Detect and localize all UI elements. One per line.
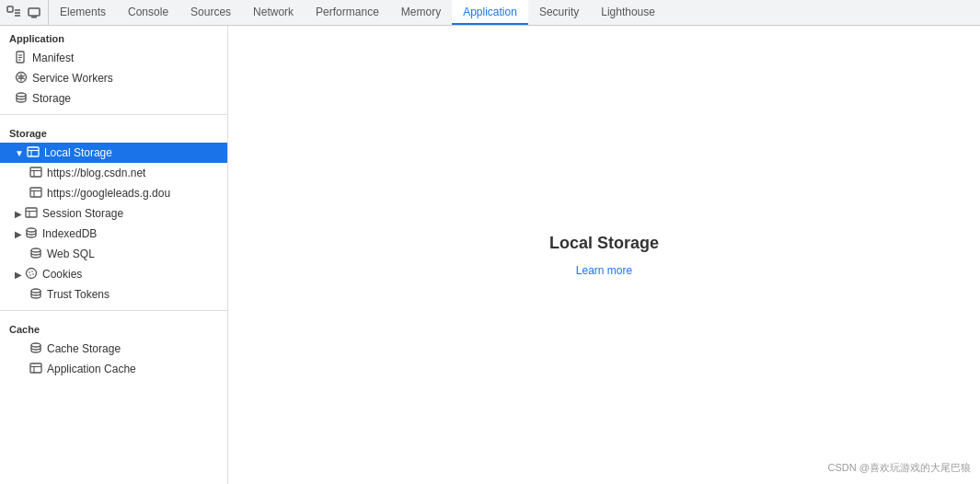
tab-network[interactable]: Network: [242, 0, 305, 25]
googleleads-icon: [29, 186, 42, 202]
divider-1: [0, 114, 227, 115]
tab-elements[interactable]: Elements: [49, 0, 117, 25]
manifest-icon: [15, 51, 28, 66]
svg-rect-4: [29, 8, 40, 16]
tab-sources[interactable]: Sources: [179, 0, 242, 25]
expand-arrow-cookies: ▶: [15, 270, 22, 280]
csdn-icon: [29, 166, 42, 181]
svg-rect-20: [30, 188, 41, 197]
sidebar-item-service-workers[interactable]: Service Workers: [0, 68, 227, 88]
svg-rect-0: [7, 6, 13, 12]
websql-icon: [29, 247, 42, 262]
svg-point-13: [17, 93, 26, 97]
application-section-header: Application: [0, 26, 227, 48]
content-title: Local Storage: [549, 234, 659, 253]
top-tab-bar: Elements Console Sources Network Perform…: [0, 0, 980, 26]
sidebar: Application Manifest: [0, 26, 228, 484]
session-storage-icon: [25, 206, 38, 222]
expand-arrow-indexeddb: ▶: [15, 229, 22, 239]
sidebar-item-local-storage[interactable]: ▼ Local Storage: [0, 143, 227, 163]
svg-point-31: [29, 274, 31, 276]
sidebar-item-csdn[interactable]: https://blog.csdn.net: [0, 163, 227, 183]
expand-arrow-local-storage: ▼: [15, 148, 24, 158]
tab-application[interactable]: Application: [452, 0, 528, 25]
tab-memory[interactable]: Memory: [390, 0, 452, 25]
local-storage-icon: [27, 145, 40, 161]
storage-app-icon: [15, 91, 28, 107]
indexeddb-icon: [25, 226, 38, 242]
cache-storage-icon: [29, 341, 42, 357]
svg-point-29: [29, 271, 30, 273]
learn-more-link[interactable]: Learn more: [576, 264, 632, 277]
svg-point-28: [27, 268, 37, 278]
sidebar-item-cache-storage[interactable]: Cache Storage: [0, 339, 227, 359]
tab-security[interactable]: Security: [528, 0, 590, 25]
sidebar-item-cookies[interactable]: ▶ Cookies: [0, 264, 227, 284]
sidebar-item-trust-tokens[interactable]: Trust Tokens: [0, 284, 227, 305]
svg-point-33: [31, 289, 40, 293]
sidebar-scroll[interactable]: Application Manifest: [0, 26, 227, 484]
svg-point-32: [32, 273, 34, 275]
svg-rect-17: [30, 167, 41, 177]
tab-console[interactable]: Console: [117, 0, 179, 25]
tab-lighthouse[interactable]: Lighthouse: [590, 0, 666, 25]
trust-tokens-icon: [29, 287, 42, 303]
divider-2: [0, 310, 227, 311]
svg-point-26: [27, 228, 36, 232]
device-icon[interactable]: [26, 5, 42, 21]
sidebar-item-googleleads[interactable]: https://googleleads.g.dou: [0, 183, 227, 203]
svg-point-30: [31, 271, 33, 272]
svg-rect-35: [30, 363, 41, 373]
svg-point-34: [31, 343, 40, 347]
service-workers-icon: [15, 71, 28, 86]
sidebar-item-manifest[interactable]: Manifest: [0, 48, 227, 68]
sidebar-item-session-storage[interactable]: ▶ Session Storage: [0, 203, 227, 224]
svg-point-27: [31, 248, 40, 252]
sidebar-item-application-cache[interactable]: Application Cache: [0, 359, 227, 379]
content-area: Local Storage Learn more CSDN @喜欢玩游戏的大尾巴…: [228, 26, 980, 484]
svg-rect-5: [31, 17, 37, 18]
storage-section-header: Storage: [0, 121, 227, 143]
svg-rect-23: [26, 208, 37, 217]
svg-rect-14: [28, 147, 39, 156]
main-layout: Application Manifest: [0, 26, 980, 484]
inspect-icon[interactable]: [6, 5, 22, 21]
sidebar-item-websql[interactable]: Web SQL: [0, 244, 227, 264]
toolbar-icons: [0, 0, 49, 25]
cookies-icon: [25, 267, 38, 282]
sidebar-item-indexeddb[interactable]: ▶ IndexedDB: [0, 224, 227, 244]
content-center: Local Storage Learn more: [549, 234, 659, 277]
expand-arrow-session-storage: ▶: [15, 209, 22, 219]
cache-section-header: Cache: [0, 317, 227, 339]
sidebar-item-storage-app[interactable]: Storage: [0, 88, 227, 109]
watermark: CSDN @喜欢玩游戏的大尾巴狼: [828, 461, 971, 475]
tab-performance[interactable]: Performance: [305, 0, 390, 25]
application-cache-icon: [29, 362, 42, 377]
